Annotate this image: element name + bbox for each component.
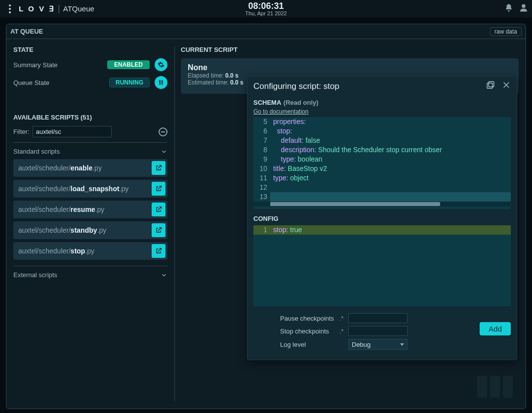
filter-input[interactable] — [33, 126, 112, 137]
script-ext: .py — [120, 185, 129, 193]
stop-wildcard: .* — [339, 328, 348, 335]
separator: | — [58, 3, 60, 14]
modal-title: Configuring script: stop — [253, 82, 339, 91]
collapse-all-icon[interactable] — [159, 127, 167, 136]
available-title: AVAILABLE SCRIPTS (51) — [13, 114, 167, 121]
close-icon[interactable] — [502, 81, 511, 92]
state-label: Summary State — [13, 61, 107, 69]
svg-rect-3 — [487, 83, 492, 88]
script-name: stop — [71, 247, 85, 255]
current-script-name: None — [188, 63, 512, 72]
pause-wildcard: .* — [339, 315, 348, 322]
pause-button[interactable] — [155, 76, 167, 89]
background-placeholder — [477, 376, 513, 398]
script-ext: .py — [85, 247, 94, 255]
script-item[interactable]: auxtel/scheduler/enable.py — [13, 159, 167, 177]
state-pill: RUNNING — [109, 78, 150, 87]
stop-checkpoints-label: Stop checkpoints — [280, 328, 339, 335]
elapsed-value: 0.0 s — [225, 72, 239, 79]
script-name: enable — [71, 164, 92, 172]
external-scripts-label: External scripts — [13, 271, 57, 279]
schema-editor[interactable]: 5properties:6 stop:7 default: false8 des… — [253, 117, 511, 209]
add-button[interactable]: Add — [480, 322, 511, 335]
chevron-down-icon — [161, 148, 167, 155]
filter-label: Filter: — [13, 128, 30, 135]
svg-rect-2 — [489, 82, 494, 87]
config-editor[interactable]: 1stop: true — [253, 225, 511, 306]
app-name: ATQueue — [63, 4, 94, 13]
clock-date: Thu, Apr 21 2022 — [245, 10, 286, 16]
script-ext: .py — [92, 164, 102, 172]
clock: 08:06:31 Thu, Apr 21 2022 — [245, 1, 286, 16]
launch-script-button[interactable] — [152, 182, 165, 196]
config-label: CONFIG — [253, 215, 511, 222]
script-ext: .py — [95, 206, 105, 213]
script-name: standby — [71, 226, 97, 234]
script-prefix: auxtel/scheduler/ — [18, 164, 71, 172]
svg-rect-1 — [162, 80, 163, 84]
log-level-select[interactable]: Debug — [348, 339, 408, 350]
pause-checkpoints-label: Pause checkpoints — [280, 315, 339, 322]
schema-readonly: (Read only) — [284, 99, 319, 106]
launch-script-button[interactable] — [152, 244, 165, 258]
pause-checkpoints-input[interactable] — [348, 313, 408, 323]
script-name: resume — [71, 206, 95, 213]
script-ext: .py — [97, 226, 107, 234]
script-item[interactable]: auxtel/scheduler/resume.py — [13, 201, 167, 218]
script-item[interactable]: auxtel/scheduler/load_snapshot.py — [13, 180, 167, 198]
topbar: L O V ∃ | ATQueue 08:06:31 Thu, Apr 21 2… — [0, 0, 532, 18]
horizontal-scrollbar[interactable] — [253, 202, 511, 206]
estimated-label: Estimated time: — [188, 79, 230, 86]
script-prefix: auxtel/scheduler/ — [18, 185, 71, 193]
bell-icon[interactable] — [504, 3, 513, 14]
raw-data-button[interactable]: raw data — [490, 27, 522, 36]
standard-scripts-toggle[interactable]: Standard scripts — [13, 148, 167, 155]
menu-button[interactable] — [4, 4, 16, 13]
script-prefix: auxtel/scheduler/ — [18, 247, 71, 255]
svg-rect-0 — [160, 80, 161, 84]
estimated-value: 0.0 s — [230, 79, 244, 86]
panel-title: AT QUEUE — [10, 28, 43, 35]
schema-label: SCHEMA — [253, 99, 281, 106]
standard-scripts-label: Standard scripts — [13, 148, 60, 155]
launch-script-button[interactable] — [152, 203, 165, 216]
script-name: load_snapshot — [71, 185, 120, 193]
stop-checkpoints-input[interactable] — [348, 326, 408, 336]
script-item[interactable]: auxtel/scheduler/standby.py — [13, 221, 167, 239]
external-scripts-toggle[interactable]: External scripts — [13, 271, 167, 279]
current-script-title: CURRENT SCRIPT — [181, 46, 519, 53]
clock-time: 08:06:31 — [245, 1, 286, 10]
gear-button[interactable] — [155, 58, 167, 71]
script-prefix: auxtel/scheduler/ — [18, 226, 71, 234]
documentation-link[interactable]: Go to documentation — [253, 108, 308, 115]
script-prefix: auxtel/scheduler/ — [18, 206, 71, 213]
log-level-value: Debug — [352, 341, 370, 348]
popout-icon[interactable] — [486, 81, 495, 92]
caret-down-icon — [400, 343, 404, 346]
chevron-down-icon — [161, 272, 167, 279]
state-pill: ENABLED — [107, 60, 150, 69]
state-label: Queue State — [13, 79, 109, 86]
configure-script-modal: Configuring script: stop SCHEMA (Read on… — [247, 76, 517, 360]
launch-script-button[interactable] — [152, 161, 165, 175]
launch-script-button[interactable] — [152, 223, 165, 237]
log-level-label: Log level — [280, 341, 339, 348]
state-title: STATE — [13, 46, 167, 53]
brand-logo: L O V ∃ — [19, 4, 55, 13]
elapsed-label: Elapsed time: — [188, 72, 225, 79]
user-icon[interactable] — [519, 3, 528, 14]
script-item[interactable]: auxtel/scheduler/stop.py — [13, 242, 167, 260]
